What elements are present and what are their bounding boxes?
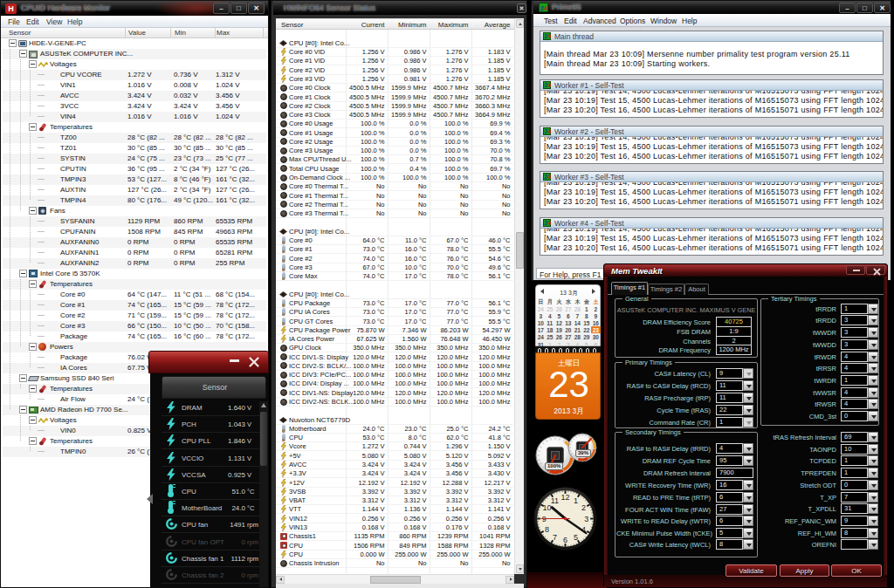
svg-text:1: 1 bbox=[574, 496, 578, 505]
svg-text:6: 6 bbox=[563, 536, 567, 544]
svg-text:2: 2 bbox=[581, 503, 586, 512]
svg-text:11: 11 bbox=[551, 496, 559, 505]
svg-text:3: 3 bbox=[584, 515, 588, 523]
svg-text:10: 10 bbox=[542, 503, 551, 512]
svg-text:8: 8 bbox=[545, 525, 549, 534]
svg-text:5: 5 bbox=[574, 533, 578, 542]
svg-text:12: 12 bbox=[560, 493, 569, 502]
svg-text:7: 7 bbox=[553, 533, 557, 542]
